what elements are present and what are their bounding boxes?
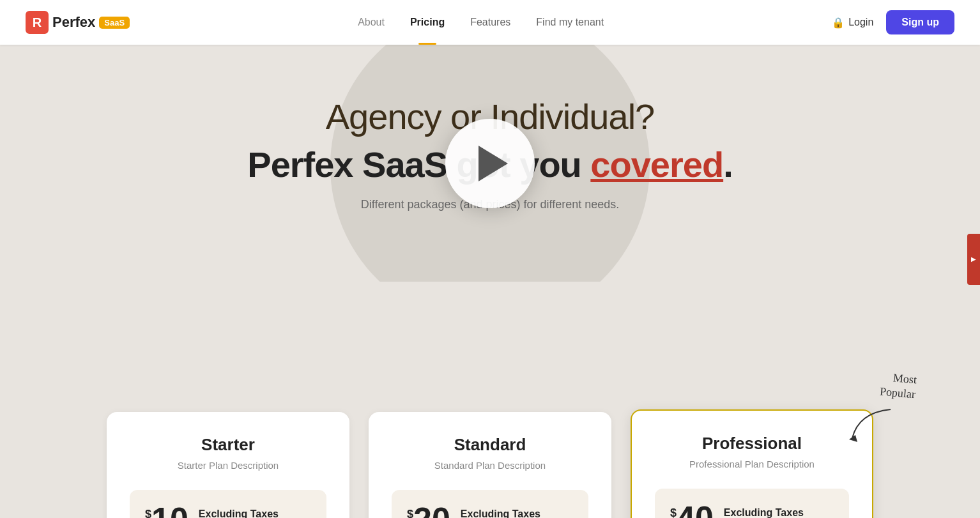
signup-button[interactable]: Sign up xyxy=(886,10,954,34)
professional-price-block: $ 40 Excluding Taxes With Below Features xyxy=(655,489,849,518)
pricing-cards-row: Starter Starter Plan Description $ 10 Ex… xyxy=(107,409,873,518)
standard-price: 20 xyxy=(413,503,450,518)
starter-price-block: $ 10 Excluding Taxes With Below Features xyxy=(130,490,326,518)
starter-label: Excluding Taxes xyxy=(199,508,311,519)
starter-dollar: $ xyxy=(145,508,151,518)
header: R Perfex SaaS About Pricing Features Fin… xyxy=(0,0,980,45)
sidebar-toggle-icon: ▶ xyxy=(970,255,977,263)
starter-name: Starter xyxy=(130,435,326,455)
professional-label: Excluding Taxes xyxy=(724,507,834,519)
standard-label: Excluding Taxes xyxy=(461,508,573,519)
standard-price-block: $ 20 Excluding Taxes With Below Features xyxy=(392,490,588,518)
nav-features[interactable]: Features xyxy=(470,17,510,28)
login-label: Login xyxy=(848,17,873,28)
standard-name: Standard xyxy=(392,435,588,455)
header-actions: 🔒 Login Sign up xyxy=(832,10,954,34)
starter-amount: $ 10 xyxy=(145,503,188,518)
pricing-card-professional: Professional Professional Plan Descripti… xyxy=(631,409,873,518)
logo-text: Perfex xyxy=(52,14,95,31)
hero-title-covered: covered xyxy=(590,144,723,185)
logo-icon: R xyxy=(26,11,49,34)
hero-section: Agency or Individual? Perfex SaaS got yo… xyxy=(0,45,980,282)
login-button[interactable]: 🔒 Login xyxy=(832,17,873,29)
hero-title-period: . xyxy=(723,144,733,185)
professional-details: Excluding Taxes With Below Features xyxy=(724,507,834,519)
sidebar-toggle[interactable]: ▶ xyxy=(967,234,980,285)
professional-dollar: $ xyxy=(670,507,677,518)
most-popular-arrow xyxy=(846,406,897,445)
video-overlay xyxy=(445,119,535,208)
lock-icon: 🔒 xyxy=(832,17,845,29)
pricing-section: MostPopular Starter Starter Plan Descrip… xyxy=(0,282,980,518)
most-popular-text: MostPopular xyxy=(879,370,917,402)
professional-desc: Professional Plan Description xyxy=(655,459,849,469)
starter-desc: Starter Plan Description xyxy=(130,460,326,471)
nav-about[interactable]: About xyxy=(358,17,385,28)
play-button[interactable] xyxy=(445,119,535,208)
professional-price: 40 xyxy=(677,501,714,518)
main-nav: About Pricing Features Find my tenant xyxy=(358,17,604,28)
logo[interactable]: R Perfex SaaS xyxy=(26,11,130,34)
pricing-card-standard: Standard Standard Plan Description $ 20 … xyxy=(369,412,611,518)
standard-amount: $ 20 xyxy=(407,503,450,518)
play-icon xyxy=(479,146,508,181)
nav-pricing[interactable]: Pricing xyxy=(410,17,445,28)
standard-details: Excluding Taxes With Below Features xyxy=(461,508,573,519)
pricing-card-starter: Starter Starter Plan Description $ 10 Ex… xyxy=(107,412,349,518)
starter-price: 10 xyxy=(151,503,188,518)
professional-amount: $ 40 xyxy=(670,501,714,518)
standard-desc: Standard Plan Description xyxy=(392,460,588,471)
nav-find-tenant[interactable]: Find my tenant xyxy=(536,17,604,28)
starter-details: Excluding Taxes With Below Features xyxy=(199,508,311,519)
main-content: Agency or Individual? Perfex SaaS got yo… xyxy=(0,0,980,518)
logo-badge: SaaS xyxy=(99,17,130,29)
standard-dollar: $ xyxy=(407,508,413,518)
most-popular-annotation: MostPopular xyxy=(846,371,916,445)
professional-name: Professional xyxy=(655,434,849,453)
